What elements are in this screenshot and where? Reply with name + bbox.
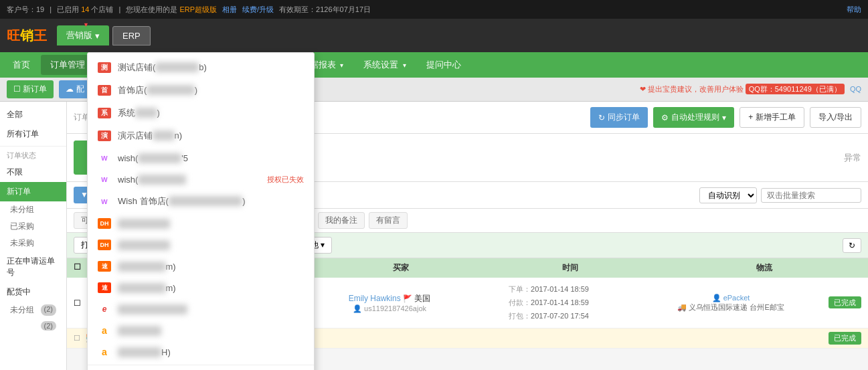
expiry-info: 有效期至：2126年07月17日 <box>279 5 371 15</box>
sidebar: 全部 所有订单 订单状态 不限 新订单 未分组 已采购 未采购 正在申请运单号 … <box>0 102 67 370</box>
divider1 <box>0 146 66 147</box>
sidebar-all-orders[interactable]: 所有订单 <box>0 124 66 144</box>
store-icon-ebay: e <box>98 304 111 314</box>
logistics-name: ePacket <box>723 294 750 302</box>
buyer-id: 👤 us1192187426ajok <box>321 304 458 313</box>
order-time: 下单：2017-01-14 18:59 <box>458 283 640 296</box>
order-status-label: 订单状态 <box>0 149 66 163</box>
logo: 旺销王 <box>7 27 47 45</box>
store-icon-jewelry1: 首 <box>98 85 111 96</box>
nav-settings[interactable]: 系统设置 ▾ <box>354 55 416 75</box>
add-manual-order-button[interactable]: + 新增手工单 <box>740 107 804 128</box>
store-icon-ali2: 速 <box>98 282 111 293</box>
nav-support[interactable]: 提问中心 <box>417 55 470 75</box>
store-dropdown: 测 测试店铺(xxxxxxxxxxb) 首 首饰店(xxxxxxxxxxx) 系… <box>87 52 315 370</box>
dropdown-item-system[interactable]: 系 系统xxxxx) <box>88 102 314 124</box>
sidebar-applying[interactable]: 正在申请运单号 <box>0 252 66 282</box>
sidebar-all[interactable]: 全部 <box>0 105 66 124</box>
dropdown-item-dh1[interactable]: DH xxxxxxxxxxxx <box>88 213 314 234</box>
complete-badge: 已完成 <box>829 332 861 345</box>
shop-count: 客户号：19 已启用 14 个店铺 <box>57 5 113 15</box>
dropdown-item-ebay[interactable]: e xxxxxxxxxxxxxxxx <box>88 298 314 320</box>
nav-home[interactable]: 首页 <box>3 55 39 75</box>
batch-search-input[interactable] <box>761 188 861 203</box>
sync-orders-button[interactable]: ↻ 同步订单 <box>590 107 648 128</box>
store-icon-ali1: 速 <box>98 261 111 272</box>
new-order-button[interactable]: ☐ 新订单 <box>7 80 54 98</box>
sidebar-new-orders[interactable]: 新订单 <box>0 182 66 201</box>
dropdown-divider <box>88 365 314 365</box>
col-buyer-header: 买家 <box>328 262 473 274</box>
sidebar-shipping-ungrouped[interactable]: 未分组 (2) <box>0 302 66 318</box>
store-icon-demo: 演 <box>98 130 111 141</box>
dropdown-item-ali1[interactable]: 速 xxxxxxxxxxxm) <box>88 256 314 277</box>
pack-time: 打包：2017-07-20 17:54 <box>458 310 640 323</box>
tag-my-note[interactable]: 我的备注 <box>318 212 365 229</box>
store-expired-tag: 授权已失效 <box>267 175 304 185</box>
time-info: 下单：2017-01-14 18:59 付款：2017-01-14 18:59 … <box>458 283 640 322</box>
auto-rules-button[interactable]: ⚙ 自动处理规则 ▾ <box>653 107 734 128</box>
dropdown-item-wish2[interactable]: w wish(xxxxxxxxxxx 授权已失效 <box>88 169 314 190</box>
header: 旺销王 ▼ 营销版 ▾ ERP <box>0 19 868 52</box>
buyer-info: Emily Hawkins 🚩 美国 👤 us1192187426ajok <box>321 293 458 313</box>
pay-time: 付款：2017-01-14 18:59 <box>458 296 640 310</box>
buyer-country: 美国 <box>414 294 430 303</box>
suggestion-link[interactable]: ❤ 提出宝贵建议，改善用户体验 QQ群：549011249（已满） QQ <box>640 84 861 94</box>
sidebar-purchased[interactable]: 已采购 <box>0 218 66 235</box>
album-link[interactable]: 相册 <box>222 5 237 15</box>
customer-count: 客户号：19 <box>7 5 44 15</box>
import-export-button[interactable]: 导入/导出 <box>810 107 861 128</box>
store-icon-amazon2: a <box>98 347 111 357</box>
status-abnormal[interactable]: 异常 <box>844 152 861 164</box>
dropdown-item-wish-jewelry[interactable]: w Wish 首饰店(xxxxxxxxxxxxxxxxx) <box>88 190 314 213</box>
sidebar-shipping[interactable]: 配货中 <box>0 282 66 302</box>
dropdown-item-test[interactable]: 测 测试店铺(xxxxxxxxxxb) <box>88 56 314 79</box>
config-button[interactable]: ☁ 配 <box>59 80 90 98</box>
refresh-button[interactable]: ↻ <box>843 238 861 253</box>
top-bar: 客户号：19 | 客户号：19 已启用 14 个店铺 | 您现在使用的是 ERP… <box>0 0 868 19</box>
buyer-name[interactable]: Emily Hawkins <box>349 294 401 303</box>
col-logistics-header: 物流 <box>667 262 861 274</box>
sidebar-shipping-sub[interactable]: (2) <box>0 318 66 333</box>
store-icon-dh1: DH <box>98 218 111 229</box>
store-icon-wish2: w <box>98 174 111 185</box>
dropdown-item-amazon1[interactable]: a xxxxxxxxxx <box>88 320 314 341</box>
tag-message[interactable]: 有留言 <box>369 212 408 229</box>
sidebar-unpurchased[interactable]: 未采购 <box>0 235 66 252</box>
store-icon-wish1: w <box>98 153 111 163</box>
dropdown-item-ali2[interactable]: 速 xxxxxxxxxxxm) <box>88 277 314 298</box>
tab-erp[interactable]: ERP <box>112 26 151 45</box>
store-icon-dh2: DH <box>98 240 111 250</box>
logistics-info: 👤 ePacket 🚚 义乌恒迅国际速递 台州E邮宝 <box>640 294 822 312</box>
store-icon-wish-jewelry: w <box>98 196 111 207</box>
store-icon-amazon1: a <box>98 325 111 336</box>
buyer-flag-icon: 🚩 <box>403 294 412 302</box>
dropdown-item-dh2[interactable]: DH xxxxxxxxxxxx <box>88 234 314 256</box>
store-icon-system: 系 <box>98 108 111 118</box>
dropdown-item-demo[interactable]: 演 演示店铺xxxxxn) <box>88 124 314 147</box>
col-time-header: 时间 <box>473 262 667 274</box>
logistics-detail: 义乌恒迅国际速递 台州E邮宝 <box>689 303 784 311</box>
erp-info: 您现在使用的是 ERP超级版 <box>126 5 217 15</box>
help-link[interactable]: 帮助 <box>847 5 861 15</box>
auto-identify-select[interactable]: 自动识别 <box>699 187 757 203</box>
tab-marketing[interactable]: ▼ 营销版 ▾ <box>57 25 109 45</box>
sidebar-ungrouped[interactable]: 未分组 <box>0 201 66 218</box>
add-store-button[interactable]: + 添加/管理我的店铺 <box>88 367 314 370</box>
dropdown-item-jewelry1[interactable]: 首 首饰店(xxxxxxxxxxx) <box>88 79 314 102</box>
dropdown-item-amazon2[interactable]: a xxxxxxxxxxH) <box>88 341 314 363</box>
upgrade-link[interactable]: 续费/升级 <box>242 5 274 15</box>
qq-badge: QQ群：549011249（已满） <box>746 84 845 94</box>
sidebar-unlimited[interactable]: 不限 <box>0 163 66 182</box>
store-icon-test: 测 <box>98 62 111 73</box>
order-status-badge: 已完成 <box>829 298 861 308</box>
dropdown-item-wish1[interactable]: w wish(xxxxxxxxxx'5 <box>88 147 314 169</box>
qq-link[interactable]: QQ <box>850 85 861 93</box>
